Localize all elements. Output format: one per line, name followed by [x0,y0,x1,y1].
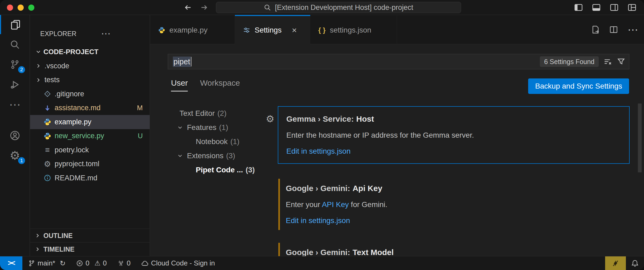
customize-layout-icon[interactable] [627,3,637,12]
backup-sync-settings-button[interactable]: Backup and Sync Settings [528,78,629,94]
markdown-icon [43,104,52,113]
open-settings-json-icon[interactable] [591,25,600,34]
edit-in-settings-json-link[interactable]: Edit in settings.json [286,216,350,225]
run-debug-icon[interactable] [0,75,30,94]
error-icon [76,260,83,267]
api-key-link[interactable]: API Key [322,200,349,209]
search-icon [264,4,271,11]
tree-item-new-service-py[interactable]: new_service.py U [30,129,150,143]
cloud-code-signin[interactable]: Cloud Code - Sign in [141,259,215,267]
toggle-panel-icon[interactable] [592,3,601,12]
project-section-header[interactable]: CODE-PROJECT [30,45,150,59]
chevron-right-icon [34,77,42,83]
explorer-sidebar: EXPLORER ⋯ CODE-PROJECT .vscode tests .g… [30,15,150,256]
more-views-icon[interactable]: ⋯ [0,95,30,114]
setting-title: Google › Gemini:Text Model [286,247,622,256]
setting-actions-gear-icon[interactable]: ⚙ [266,114,274,124]
results-count-badge: 6 Settings Found [540,56,599,67]
ports-indicator[interactable]: 0 [117,259,131,267]
python-icon [43,117,52,126]
remote-indicator[interactable]: >< [0,256,22,270]
clear-search-filters-icon[interactable] [604,57,612,66]
tree-item-poetry-lock[interactable]: ≡ poetry.lock [30,143,150,157]
problems-indicator[interactable]: 0 ⚠ 0 [76,259,107,267]
tree-item-vscode[interactable]: .vscode [30,59,150,73]
json-braces-icon: { } [318,26,325,34]
source-control-badge: 2 [18,66,26,74]
toc-item-notebook[interactable]: Notebook(1) [150,134,275,149]
forward-icon[interactable] [199,3,209,12]
titlebar: [Extension Development Host] code-projec… [0,0,644,15]
window-controls [7,5,34,11]
command-center[interactable]: [Extension Development Host] code-projec… [216,2,461,13]
accounts-icon[interactable] [0,126,30,145]
search-view-icon[interactable] [0,35,30,54]
setting-gemma-service-host[interactable]: Gemma › Service:Host Enter the hostname … [278,106,630,164]
chevron-right-icon [34,246,41,252]
setting-google-gemini-text-model[interactable]: Google › Gemini:Text Model [278,240,630,256]
split-editor-icon[interactable] [609,25,618,34]
branch-indicator[interactable]: main* ↻ [28,259,66,267]
radio-tower-icon [117,260,124,267]
source-control-icon[interactable]: 2 [0,55,30,74]
chevron-down-icon [34,49,42,55]
tree-item-gitignore[interactable]: .gitignore [30,87,150,101]
editor-group: example.py Settings × { } settings.json … [150,15,644,256]
vscode-window: [Extension Development Host] code-projec… [0,0,644,270]
status-bar: >< main* ↻ 0 ⚠ 0 0 Cloud Code - Sign in [0,256,644,270]
text-caret [191,57,191,66]
setting-title: Google › Gemini:Api Key [286,183,622,194]
zoom-window-button[interactable] [28,5,34,11]
settings-toc: Text Editor(2) Features(1) Notebook(1) E… [150,106,275,177]
toggle-secondary-sidebar-icon[interactable] [610,3,619,12]
tab-example-py[interactable]: example.py [150,15,235,44]
settings-badge: 1 [18,157,26,165]
python-icon [43,132,52,141]
close-window-button[interactable] [7,5,13,11]
command-center-title: [Extension Development Host] code-projec… [275,3,413,12]
setting-description: Enter the hostname or IP address for the… [286,130,621,140]
timeline-section-header[interactable]: TIMELINE [30,242,150,256]
settings-search-input[interactable]: pipet 6 Settings Found [168,54,629,69]
tree-item-example-py[interactable]: example.py [30,115,150,129]
config-gear-icon: ⚙ [43,160,52,169]
warning-icon: ⚠ [95,260,100,267]
tree-item-pyproject-toml[interactable]: ⚙ pyproject.toml [30,157,150,171]
back-icon[interactable] [183,3,193,12]
edit-in-settings-json-link[interactable]: Edit in settings.json [286,147,350,155]
lightning-off-icon [612,260,619,267]
explorer-icon[interactable] [0,15,30,34]
toc-item-features[interactable]: Features(1) [150,120,275,134]
toc-item-pipet-code[interactable]: Pipet Code ...(3) [150,163,275,177]
screencast-status-item[interactable] [605,256,626,270]
scope-tab-workspace[interactable]: Workspace [200,78,240,91]
minimize-window-button[interactable] [18,5,24,11]
chevron-down-icon [177,124,187,131]
outline-section-header[interactable]: OUTLINE [30,229,150,242]
git-status-badge: M [137,104,143,112]
setting-google-gemini-api-key[interactable]: Google › Gemini:Api Key Enter your API K… [278,176,630,233]
toc-item-text-editor[interactable]: Text Editor(2) [150,106,275,120]
scope-tab-user[interactable]: User [171,78,188,92]
notifications-bell-icon[interactable] [626,256,644,270]
tab-bar: example.py Settings × { } settings.json … [150,15,644,44]
tab-settings[interactable]: Settings × [235,15,310,44]
tree-item-tests[interactable]: tests [30,73,150,87]
filter-icon[interactable] [617,57,625,66]
toggle-primary-sidebar-icon[interactable] [574,3,583,12]
toc-item-extensions[interactable]: Extensions(3) [150,149,275,163]
settings-editor: pipet 6 Settings Found User Workspace Ba… [150,44,644,256]
tree-item-assistance-md[interactable]: assistance.md M [30,101,150,115]
activity-bar: 2 ⋯ ⚙ 1 [0,15,30,256]
editor-scrollbar[interactable] [638,104,642,172]
tree-item-readme-md[interactable]: README.md [30,171,150,185]
explorer-title: EXPLORER [40,30,76,38]
settings-gear-icon[interactable]: ⚙ 1 [0,146,30,165]
settings-sliders-icon [243,26,250,34]
close-tab-icon[interactable]: × [290,25,299,35]
chevron-down-icon [177,153,187,159]
chevron-right-icon [34,232,41,239]
chevron-right-icon [34,63,42,69]
tab-settings-json[interactable]: { } settings.json [310,15,397,44]
cloud-icon [141,260,149,267]
